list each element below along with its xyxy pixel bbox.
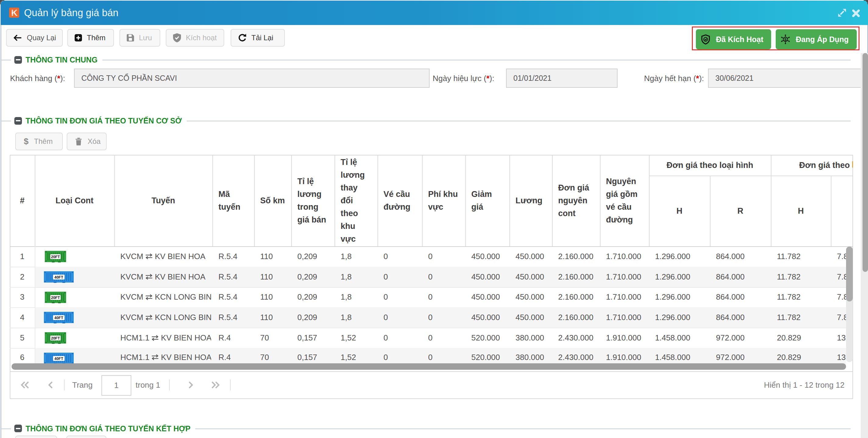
svg-text:40FT: 40FT bbox=[55, 357, 63, 361]
svg-text:20FT: 20FT bbox=[51, 336, 60, 341]
svg-text:20FT: 20FT bbox=[51, 255, 60, 259]
svg-text:20FT: 20FT bbox=[51, 295, 60, 300]
svg-text:K: K bbox=[11, 8, 18, 18]
svg-text:40FT: 40FT bbox=[55, 275, 63, 280]
svg-text:40FT: 40FT bbox=[55, 316, 63, 320]
